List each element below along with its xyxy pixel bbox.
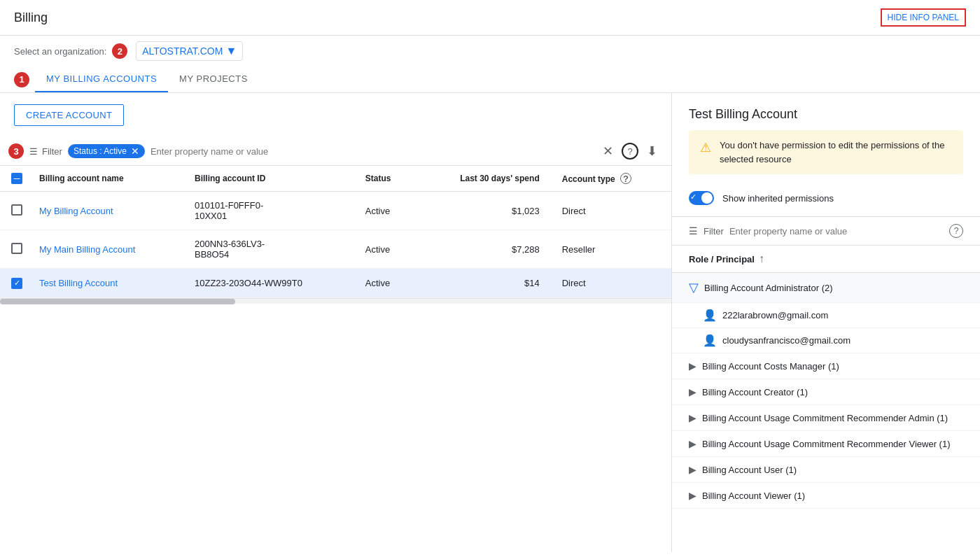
role-name-billing-usage-admin: Billing Account Usage Commitment Recomme… [702,413,948,423]
create-btn-area: CREATE ACCOUNT [0,93,671,137]
row-2-type: Reseller [551,230,671,269]
filter-bar: 3 ☰ Filter Status : Active ✕ ✕ ? ⬇ [0,137,671,166]
row-1-status: Active [354,192,417,230]
top-header: Billing HIDE INFO PANEL [0,0,980,36]
right-filter-help-icon[interactable]: ? [949,224,963,238]
member-email-1: 222larabrown@gmail.com [722,310,828,320]
row-3-type: Direct [551,269,671,298]
row-2-name-link[interactable]: My Main Billing Account [39,244,135,255]
page-title: Billing [14,10,48,25]
role-item-billing-usage-viewer[interactable]: ▶ Billing Account Usage Commitment Recom… [672,431,980,457]
row-3-checkbox[interactable] [11,278,22,289]
info-panel-title: Test Billing Account [672,93,980,130]
create-account-button[interactable]: CREATE ACCOUNT [14,104,124,126]
sort-icon[interactable]: ↑ [759,253,764,265]
row-3-spend: $14 [417,269,551,298]
help-icon[interactable]: ? [620,173,631,184]
info-panel: Test Billing Account ⚠ You don't have pe… [672,93,980,552]
role-item-billing-creator[interactable]: ▶ Billing Account Creator (1) [672,379,980,405]
filter-clear-button[interactable]: ✕ [603,143,613,159]
right-filter-text: Filter [704,226,724,237]
warning-text: You don't have permission to edit the pe… [720,139,952,166]
billing-accounts-table: Billing account name Billing account ID … [0,166,671,298]
org-selector[interactable]: ALTOSTRAT.COM ▼ [136,41,243,61]
row-3-status: Active [354,269,417,298]
right-filter-icon: ☰ [689,225,698,237]
role-name-billing-usage-viewer: Billing Account Usage Commitment Recomme… [702,439,951,449]
expand-icon-billing-costs[interactable]: ▶ [689,360,696,372]
person-icon-1: 👤 [703,309,717,322]
scroll-thumb[interactable] [0,299,235,304]
header-checkbox-cell [0,166,28,192]
filter-input[interactable] [150,146,597,157]
expand-icon-billing-creator[interactable]: ▶ [689,386,696,397]
select-all-checkbox[interactable] [11,173,22,184]
row-2-status: Active [354,230,417,269]
horizontal-scrollbar[interactable] [0,298,671,304]
step-1-annotation: 1 [14,72,29,87]
expand-icon-billing-usage-admin[interactable]: ▶ [689,412,696,423]
expand-icon-billing-admin[interactable]: ▽ [689,280,699,295]
row-2-spend: $7,288 [417,230,551,269]
role-item-billing-usage-admin[interactable]: ▶ Billing Account Usage Commitment Recom… [672,405,980,431]
hide-info-panel-button[interactable]: HIDE INFO PANEL [881,8,966,27]
main-layout: CREATE ACCOUNT 3 ☰ Filter Status : Activ… [0,93,980,552]
row-1-checkbox[interactable] [11,204,22,216]
table-row: My Main Billing Account 200NN3-636LV3-BB… [0,230,671,269]
warning-box: ⚠ You don't have permission to edit the … [689,130,963,174]
sub-item-member-1: 👤 222larabrown@gmail.com [672,303,980,328]
role-name-billing-user: Billing Account User (1) [702,465,797,475]
role-principal-header: Role / Principal ↑ [672,246,980,273]
row-2-checkbox[interactable] [11,243,22,254]
chevron-down-icon: ▼ [225,45,237,57]
warning-icon: ⚠ [700,140,711,155]
expand-icon-billing-usage-viewer[interactable]: ▶ [689,438,696,449]
role-name-billing-admin: Billing Account Administrator (2) [704,283,833,293]
role-name-billing-costs: Billing Account Costs Manager (1) [702,361,839,372]
role-item-billing-viewer[interactable]: ▶ Billing Account Viewer (1) [672,483,980,509]
toggle-label: Show inherited permissions [722,193,834,204]
right-filter-bar: ☰ Filter ? [672,217,980,246]
role-item-billing-admin[interactable]: 5 ▽ Billing Account Administrator (2) [672,273,980,303]
filter-chip-close[interactable]: ✕ [131,146,139,157]
roles-list: 5 ▽ Billing Account Administrator (2) 👤 … [672,273,980,509]
role-name-billing-viewer: Billing Account Viewer (1) [702,491,805,501]
inherited-permissions-toggle[interactable]: ✓ [689,191,714,205]
role-name-billing-creator: Billing Account Creator (1) [702,387,808,397]
row-2-checkbox-cell [0,230,28,269]
right-filter-input[interactable] [729,226,944,237]
row-2-id: 200NN3-636LV3-BB8O54 [183,230,354,269]
filter-chip-status[interactable]: Status : Active ✕ [68,144,145,158]
row-1-name-link[interactable]: My Billing Account [39,206,113,216]
toggle-check-icon: ✓ [690,192,696,202]
inherited-permissions-toggle-row: ✓ Show inherited permissions [672,185,980,217]
filter-download-button[interactable]: ⬇ [647,143,657,159]
col-header-type: Account type ? [551,166,671,192]
org-name: ALTOSTRAT.COM [142,45,223,57]
row-1-checkbox-cell [0,192,28,230]
sub-item-member-2: 👤 cloudysanfrancisco@gmail.com [672,328,980,353]
role-header-label: Role / Principal [689,254,755,265]
col-header-status: Status [354,166,417,192]
filter-help-button[interactable]: ? [622,143,638,160]
row-1-id: 010101-F0FFF0-10XX01 [183,192,354,230]
row-3-name-link[interactable]: Test Billing Account [39,278,118,288]
org-label: Select an organization: [14,46,106,57]
row-2-name: My Main Billing Account [28,230,183,269]
col-header-name: Billing account name [28,166,183,192]
filter-icon: ☰ [29,146,38,157]
role-item-billing-costs[interactable]: ▶ Billing Account Costs Manager (1) [672,353,980,379]
tab-billing-accounts[interactable]: MY BILLING ACCOUNTS [35,66,168,92]
org-bar: Select an organization: 2 ALTOSTRAT.COM … [0,36,980,66]
table-row: 4 Test Billing Account 10ZZ23-203O44-WW9… [0,269,671,298]
filter-icon-area: ☰ Filter [29,146,62,157]
left-panel: CREATE ACCOUNT 3 ☰ Filter Status : Activ… [0,93,672,552]
step-2-annotation: 2 [112,43,127,59]
role-item-billing-user[interactable]: ▶ Billing Account User (1) [672,457,980,483]
expand-icon-billing-viewer[interactable]: ▶ [689,490,696,501]
table-header-row: Billing account name Billing account ID … [0,166,671,192]
person-icon-2: 👤 [703,334,717,347]
member-email-2: cloudysanfrancisco@gmail.com [722,335,850,346]
tab-projects[interactable]: MY PROJECTS [168,66,259,92]
expand-icon-billing-user[interactable]: ▶ [689,464,696,475]
